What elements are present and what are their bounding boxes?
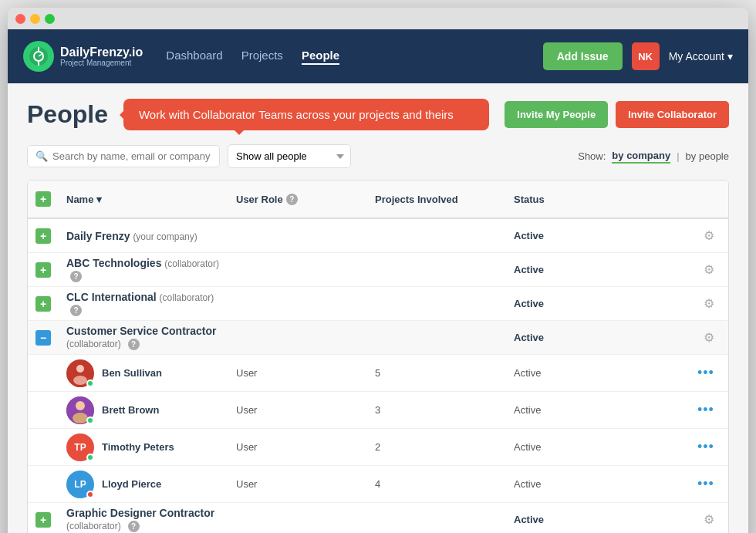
svg-point-11 [73, 413, 88, 423]
person-status: Active [506, 478, 690, 490]
main-content: People Work with Collaborator Teams acro… [8, 83, 748, 533]
table-header: + Name ▾ User Role ? Projects Involved S… [28, 180, 728, 219]
close-button[interactable] [15, 14, 25, 24]
my-account-menu[interactable]: My Account ▾ [669, 50, 733, 62]
minimize-button[interactable] [30, 14, 40, 24]
company-row: + Graphic Designer Contractor (collabora… [28, 503, 728, 533]
search-icon: 🔍 [35, 150, 48, 162]
person-avatar-wrap [66, 396, 94, 424]
company-name: Daily Frenzy (your company) [59, 230, 228, 242]
company-status: Active [506, 298, 690, 309]
company-tag: (collaborator) [66, 339, 121, 349]
search-box: 🔍 [27, 145, 220, 167]
person-menu-button[interactable]: ••• [690, 476, 728, 492]
person-name-cell: LP Lloyd Pierce [59, 471, 228, 498]
company-tag: (collaborator) [160, 292, 214, 303]
search-input[interactable] [52, 150, 211, 162]
invite-my-people-button[interactable]: Invite My People [505, 101, 608, 128]
person-menu-button[interactable]: ••• [690, 365, 728, 381]
company-status: Active [506, 514, 690, 525]
th-projects-label: Projects Involved [375, 194, 458, 205]
company-help-icon[interactable]: ? [128, 339, 140, 350]
th-name: Name ▾ [59, 188, 228, 210]
company-name-text: Customer Service Contractor [66, 325, 217, 337]
expand-icon-cell: + [28, 228, 59, 244]
person-projects: 4 [367, 478, 506, 490]
filter-left: 🔍 Show all people [27, 144, 351, 168]
expand-company-button[interactable]: + [35, 228, 51, 244]
person-menu-button[interactable]: ••• [690, 402, 728, 418]
gear-icon: ⚙ [704, 330, 714, 345]
person-name-cell: Ben Sullivan [59, 359, 228, 387]
company-help-icon[interactable]: ? [128, 521, 140, 532]
th-status-label: Status [514, 194, 545, 205]
by-people-toggle[interactable]: by people [686, 150, 729, 163]
gear-cell[interactable]: ⚙ [690, 296, 728, 311]
th-name-label: Name [66, 194, 93, 205]
show-toggle: Show: by company | by people [578, 150, 729, 164]
company-row-expanded: − Customer Service Contractor (collabora… [28, 321, 728, 355]
nav-people[interactable]: People [302, 49, 339, 65]
gear-cell[interactable]: ⚙ [690, 330, 728, 345]
people-filter-select[interactable]: Show all people [228, 144, 351, 168]
by-company-toggle[interactable]: by company [612, 150, 670, 164]
person-role: User [228, 441, 367, 453]
nav-dashboard[interactable]: Dashboard [166, 49, 222, 65]
person-name: Lloyd Pierce [102, 478, 161, 490]
svg-point-10 [76, 401, 85, 410]
page-title: People [27, 100, 108, 129]
company-tag: (collaborator) [164, 258, 219, 269]
logo-area: DailyFrenzy.io Project Management [23, 41, 143, 72]
nav-links: Dashboard Projects People [166, 49, 542, 65]
sort-icon[interactable]: ▾ [96, 194, 102, 205]
toggle-separator: | [677, 150, 679, 162]
company-name: Graphic Designer Contractor (collaborato… [59, 507, 228, 532]
maximize-button[interactable] [45, 14, 55, 24]
gear-cell[interactable]: ⚙ [690, 228, 728, 243]
app-window: DailyFrenzy.io Project Management Dashbo… [8, 8, 748, 533]
role-help-icon[interactable]: ? [286, 194, 298, 205]
svg-point-8 [73, 376, 87, 385]
company-row: + ABC Technologies (collaborator) ? Acti… [28, 253, 728, 287]
person-name-cell: Brett Brown [59, 396, 228, 424]
company-help-icon[interactable]: ? [70, 271, 82, 282]
company-help-icon[interactable]: ? [70, 305, 82, 316]
collapse-company-button[interactable]: − [35, 330, 51, 346]
th-icon: + [28, 188, 59, 210]
company-row: + CLC International (collaborator) ? Act… [28, 287, 728, 321]
person-menu-button[interactable]: ••• [690, 439, 728, 455]
header-buttons: Invite My People Invite Collaborator [505, 101, 729, 128]
th-plus-icon[interactable]: + [35, 191, 51, 207]
gear-cell[interactable]: ⚙ [690, 262, 728, 277]
expand-icon-cell: + [28, 296, 59, 312]
company-name: CLC International (collaborator) ? [59, 291, 228, 316]
expand-company-button[interactable]: + [35, 512, 51, 528]
person-row: LP Lloyd Pierce User 4 Active ••• [28, 466, 728, 503]
gear-cell[interactable]: ⚙ [690, 512, 728, 527]
expand-icon-cell: + [28, 512, 59, 528]
online-indicator [86, 454, 94, 461]
logo-icon [23, 41, 54, 72]
expand-company-button[interactable]: + [35, 296, 51, 312]
company-status: Active [506, 264, 690, 275]
chevron-down-icon: ▾ [727, 50, 733, 62]
nav-projects[interactable]: Projects [241, 49, 283, 65]
person-status: Active [506, 441, 690, 453]
person-name: Brett Brown [102, 404, 159, 416]
add-issue-button[interactable]: Add Issue [543, 42, 623, 70]
online-indicator [86, 417, 94, 424]
person-name: Ben Sullivan [102, 367, 162, 379]
company-status: Active [506, 332, 690, 343]
company-tag: (your company) [133, 231, 197, 242]
logo-subtitle: Project Management [60, 59, 143, 67]
expand-company-button[interactable]: + [35, 262, 51, 278]
company-name-text: ABC Technologies [66, 257, 161, 269]
th-projects: Projects Involved [367, 188, 506, 210]
person-projects: 5 [367, 367, 506, 379]
company-name-text: CLC International [66, 291, 157, 303]
gear-icon: ⚙ [704, 228, 714, 243]
navbar: DailyFrenzy.io Project Management Dashbo… [8, 29, 748, 83]
person-avatar-wrap: LP [66, 471, 94, 498]
invite-collaborator-button[interactable]: Invite Collaborator [616, 101, 729, 128]
user-avatar[interactable]: NK [632, 42, 660, 70]
